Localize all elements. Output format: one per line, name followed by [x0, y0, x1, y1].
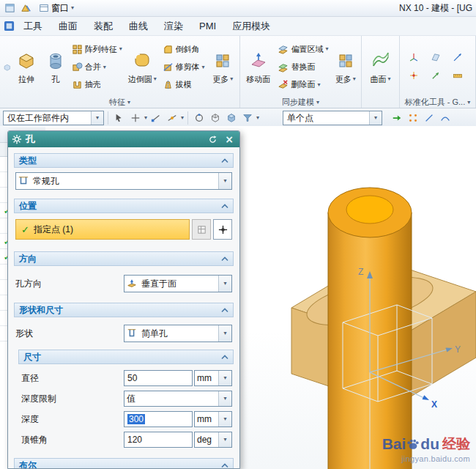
offset-region-icon [278, 44, 289, 55]
chevron-up-icon [221, 308, 228, 313]
measure-tool-button[interactable] [450, 67, 466, 84]
point-method-combo[interactable]: 单个点 ▾ [283, 111, 382, 125]
trim-body-icon [163, 62, 174, 73]
slash-line-icon[interactable] [422, 111, 436, 125]
circle-snap-icon[interactable] [192, 111, 207, 125]
sketch-section-button[interactable] [192, 219, 211, 240]
diameter-input[interactable]: 50 [124, 370, 193, 386]
chevron-down-icon: ▾ [223, 437, 226, 443]
surface-button[interactable]: 曲面▾ [363, 37, 398, 97]
extrude-button[interactable]: 拉伸 [10, 37, 42, 97]
tip-angle-value: 120 [127, 435, 142, 445]
point-tool-button[interactable] [406, 67, 422, 84]
selection-bar: 仅在工作部件内 ▾ ▾ ▾ ▾ 单个点 [0, 108, 476, 128]
surface-label: 曲面 [370, 74, 386, 85]
section-position[interactable]: 位置 [14, 199, 234, 213]
chevron-down-icon[interactable]: ▾ [144, 115, 147, 121]
section-boolean[interactable]: 布尔 [14, 458, 234, 469]
hole-type-combo[interactable]: 常规孔 ▾ [15, 172, 232, 190]
group-label-surface[interactable] [362, 97, 399, 108]
z-axis-label: Z [358, 267, 363, 277]
depth-input[interactable]: 300 [124, 411, 193, 427]
ribbon-group-sync-modeling: 移动面 偏置区域 ▾ 替换面 删除面 ▾ [240, 36, 362, 108]
filter-icon[interactable] [240, 111, 255, 125]
reset-icon[interactable] [206, 133, 219, 146]
trim-body-button[interactable]: 修剪体 ▾ [161, 60, 207, 75]
group-label-standardize-tools[interactable]: 标准化工具 - G...▾ [400, 97, 475, 108]
clipped-button[interactable] [1, 37, 10, 97]
chevron-down-icon[interactable]: ▾ [181, 115, 184, 121]
cursor-select-icon[interactable] [112, 111, 127, 125]
hole-label: 孔 [51, 74, 59, 85]
datum-axis-button[interactable] [450, 49, 466, 65]
tab-assemblies[interactable]: 装配 [86, 18, 120, 35]
section-type[interactable]: 类型 [14, 153, 234, 168]
unite-button[interactable]: 合并 ▾ [70, 60, 124, 75]
chevron-down-icon: ▾ [325, 46, 328, 52]
diameter-unit-combo[interactable]: mm ▾ [194, 370, 232, 386]
depth-limit-combo[interactable]: 值 ▾ [124, 391, 232, 407]
endpoint-snap-icon[interactable] [149, 111, 163, 125]
chevron-down-icon: ▾ [353, 76, 356, 82]
edge-blend-button[interactable]: 边倒圆▾ [125, 37, 160, 97]
offset-region-button[interactable]: 偏置区域 ▾ [276, 42, 330, 56]
arc-icon[interactable] [438, 111, 453, 125]
window-grid-icon[interactable] [4, 2, 15, 14]
section-dimensions[interactable]: 尺寸 [18, 350, 234, 364]
shell-button[interactable]: 抽壳 [70, 78, 124, 92]
hole-type-value: 常规孔 [31, 175, 218, 188]
section-direction[interactable]: 方向 [14, 251, 234, 266]
replace-face-button[interactable]: 替换面 [276, 60, 330, 75]
shape-combo[interactable]: 简单孔 ▾ [124, 325, 232, 342]
shaded-cube-icon[interactable] [224, 111, 239, 125]
chevron-down-icon[interactable]: ▾ [256, 115, 259, 121]
chevron-down-icon: ▾ [223, 281, 226, 287]
hole-profile-icon [16, 176, 31, 186]
delete-face-button[interactable]: 删除面 ▾ [276, 78, 330, 92]
offset-region-label: 偏置区域 [291, 44, 323, 55]
tip-angle-input[interactable]: 120 [124, 432, 193, 448]
group-label-sync-modeling[interactable]: 同步建模▾ [240, 97, 361, 108]
point-grid-icon[interactable] [406, 111, 420, 125]
hole-top-face[interactable] [346, 196, 393, 224]
tab-surface[interactable]: 曲面 [51, 18, 85, 35]
point-dialog-button[interactable] [213, 219, 232, 240]
hole-button[interactable]: 孔 [42, 37, 69, 97]
midpoint-snap-icon[interactable] [165, 111, 179, 125]
section-shape-size[interactable]: 形状和尺寸 [14, 303, 234, 317]
hole-direction-combo[interactable]: 垂直于面 ▾ [124, 275, 232, 292]
model-3d-part[interactable]: Z Y X [286, 126, 476, 469]
more-button-feature[interactable]: 更多▾ [208, 37, 238, 97]
tip-angle-unit-combo[interactable]: deg ▾ [194, 432, 232, 448]
vector-icon [431, 70, 441, 81]
edge-blend-label: 边倒圆 [128, 74, 152, 85]
close-icon[interactable]: × [223, 133, 236, 146]
tab-tools[interactable]: 工具 [16, 18, 50, 35]
depth-unit-combo[interactable]: mm ▾ [194, 411, 232, 427]
tab-render[interactable]: 渲染 [157, 18, 190, 35]
tab-application[interactable]: 应用模块 [225, 18, 278, 35]
tab-curve[interactable]: 曲线 [122, 18, 155, 35]
selection-scope-combo[interactable]: 仅在工作部件内 ▾ [3, 111, 104, 125]
move-face-button[interactable]: 移动面 [242, 37, 275, 97]
pattern-feature-button[interactable]: 阵列特征 ▾ [70, 42, 124, 56]
group-label-feature[interactable]: 特征▾ [0, 97, 239, 108]
vector-tool-button[interactable] [428, 67, 444, 84]
nx-application-window: 窗口 ▾ NX 10 - 建模 - [UG 工具 曲面 装配 曲线 渲染 PMI… [0, 0, 476, 469]
apply-arrow-icon[interactable] [390, 111, 404, 125]
draft-button[interactable]: 拔模 [161, 78, 207, 92]
sketch-icon [196, 224, 207, 235]
quick-access-icon[interactable] [20, 2, 31, 14]
window-title: NX 10 - 建模 - [UG [399, 2, 472, 15]
specify-point-field[interactable]: ✓ 指定点 (1) [15, 219, 190, 240]
tab-pmi[interactable]: PMI [192, 18, 223, 34]
chevron-down-icon: ▾ [223, 330, 226, 336]
wireframe-cube-icon[interactable] [208, 111, 223, 125]
chamfer-button[interactable]: 倒斜角 [161, 42, 207, 56]
window-menu-button[interactable]: 窗口 ▾ [36, 1, 77, 15]
datum-plane-button[interactable] [428, 49, 444, 65]
dialog-titlebar[interactable]: 孔 × [8, 131, 239, 147]
datum-csys-button[interactable] [406, 49, 422, 65]
crosshair-snap-icon[interactable] [128, 111, 143, 125]
more-button-sync[interactable]: 更多▾ [331, 37, 360, 97]
